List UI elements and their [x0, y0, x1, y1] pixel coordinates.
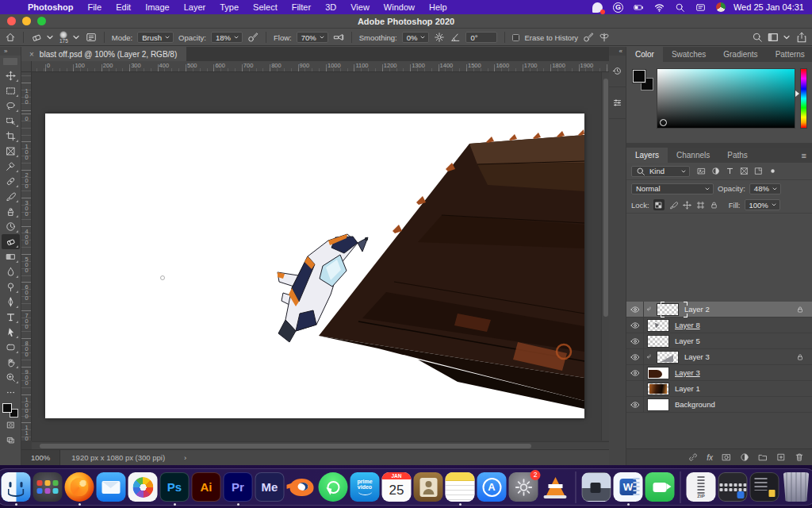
layer-styles-button[interactable]: fx — [707, 453, 713, 462]
layer-name[interactable]: Layer 1 — [675, 384, 700, 393]
properties-panel-button[interactable] — [609, 87, 626, 119]
canvas-viewport[interactable] — [32, 72, 609, 441]
lock-image-pixels-icon[interactable] — [669, 201, 678, 210]
horizontal-scrollbar-thumb[interactable] — [40, 444, 531, 448]
lock-all-icon[interactable] — [710, 201, 718, 210]
grammarly-icon[interactable]: G — [613, 2, 623, 13]
layer-opacity-dropdown[interactable]: 48% — [749, 183, 781, 194]
filter-adjustment-layers-icon[interactable] — [711, 167, 720, 175]
history-panel-button[interactable] — [609, 56, 626, 87]
app-notification-icon[interactable] — [592, 2, 603, 13]
history-brush-tool[interactable] — [2, 219, 20, 234]
color-panel-swatches[interactable] — [633, 70, 653, 90]
mode-dropdown[interactable]: Brush — [137, 32, 174, 43]
pressure-size-toggle[interactable] — [583, 32, 594, 43]
filter-pixel-layers-icon[interactable] — [697, 167, 706, 175]
layer-visibility-eye-icon[interactable] — [626, 333, 644, 348]
dock-illustrator[interactable]: Ai — [192, 472, 221, 502]
gradient-tool[interactable] — [2, 249, 20, 264]
smoothing-options-gear-icon[interactable] — [434, 32, 445, 43]
pressure-opacity-toggle[interactable] — [247, 32, 259, 43]
spotlight-icon[interactable] — [675, 2, 685, 13]
status-chevron-icon[interactable]: › — [184, 453, 186, 462]
layers-tab-channels[interactable]: Channels — [668, 148, 718, 163]
tool-preset-picker[interactable] — [31, 32, 55, 43]
clone-stamp-tool[interactable] — [2, 204, 20, 219]
dock-app-store[interactable]: A — [477, 472, 507, 502]
menu-file[interactable]: File — [80, 0, 109, 14]
battery-icon[interactable] — [634, 2, 644, 13]
dock-facetime[interactable] — [645, 472, 675, 502]
vertical-ruler[interactable]: 1000100200300400500600700800900100011001… — [21, 72, 32, 441]
filter-type-layers-icon[interactable] — [726, 167, 734, 175]
zoom-tool[interactable] — [2, 370, 20, 385]
brush-angle-input[interactable]: 0° — [465, 32, 497, 43]
layer-visibility-eye-icon[interactable] — [626, 318, 644, 333]
color-field-marker[interactable] — [660, 119, 667, 126]
layers-tab-layers[interactable]: Layers — [626, 148, 668, 163]
menu-layer[interactable]: Layer — [177, 0, 213, 14]
dock-minimized-window[interactable] — [582, 472, 611, 502]
menu-photoshop[interactable]: Photoshop — [21, 0, 80, 14]
lasso-tool[interactable] — [2, 98, 20, 114]
dock-word[interactable]: W — [614, 472, 643, 502]
screen-mode-button[interactable] — [2, 433, 20, 448]
layer-row[interactable]: Layer 8 — [626, 318, 812, 333]
dock-launchpad[interactable] — [33, 472, 63, 502]
share-image-button[interactable] — [796, 32, 807, 43]
layer-row[interactable]: Layer 3 — [626, 365, 812, 381]
dock-mail[interactable] — [97, 472, 126, 502]
hue-slider[interactable] — [800, 68, 807, 129]
color-tab-patterns[interactable]: Patterns — [767, 47, 812, 62]
dock-zip-archive[interactable]: ZIP — [687, 472, 716, 502]
layer-thumbnail[interactable] — [657, 351, 679, 364]
dock-minimized-dark-panel[interactable] — [718, 472, 748, 502]
object-selection-tool[interactable] — [2, 114, 20, 129]
dock-notes[interactable] — [446, 472, 475, 502]
color-tab-color[interactable]: Color — [626, 47, 663, 62]
color-tab-gradients[interactable]: Gradients — [714, 47, 766, 62]
move-tool[interactable] — [2, 68, 20, 83]
zoom-level-field[interactable]: 100% — [21, 450, 60, 465]
dock-whatsapp[interactable] — [319, 472, 348, 502]
dock-trash[interactable] — [782, 472, 811, 502]
add-layer-mask-button[interactable] — [722, 452, 731, 462]
menu-edit[interactable]: Edit — [109, 0, 138, 14]
search-icon[interactable] — [752, 32, 763, 43]
layers-panel-menu-icon[interactable]: ≡ — [802, 151, 806, 160]
airbrush-toggle[interactable] — [333, 32, 344, 43]
layer-thumbnail[interactable] — [647, 335, 669, 348]
filter-smart-objects-icon[interactable] — [754, 167, 763, 175]
filter-kind-dropdown[interactable]: Kind — [631, 166, 690, 177]
layer-row[interactable]: Layer 3 — [626, 349, 812, 365]
dock-photoshop[interactable]: Ps — [160, 472, 190, 502]
dock-media-encoder[interactable]: Me — [255, 472, 285, 502]
display-icon[interactable] — [695, 2, 706, 13]
filter-shape-layers-icon[interactable] — [740, 167, 749, 175]
layer-visibility-eye-icon[interactable] — [626, 302, 644, 317]
layer-row[interactable]: Layer 2 — [626, 302, 812, 318]
lock-position-icon[interactable] — [683, 201, 691, 210]
new-group-button[interactable] — [758, 452, 768, 462]
layer-row[interactable]: Layer 5 — [626, 333, 812, 349]
paint-symmetry-toggle[interactable] — [599, 32, 610, 43]
dock-firefox[interactable] — [65, 472, 94, 502]
horizontal-ruler[interactable]: 0100200300400500600700800900100011001200… — [32, 61, 609, 72]
layer-visibility-empty[interactable] — [626, 381, 644, 396]
workspace-switcher[interactable] — [768, 32, 791, 43]
blur-tool[interactable] — [2, 264, 20, 279]
dock-photos[interactable] — [128, 472, 158, 502]
frame-tool[interactable] — [2, 144, 20, 159]
layer-row[interactable]: Layer 1 — [626, 381, 812, 397]
layer-visibility-eye-icon[interactable] — [626, 349, 644, 364]
dock-prime-video[interactable]: prime video — [350, 472, 380, 502]
dock-minimized-dark-window[interactable] — [750, 472, 779, 502]
menu-help[interactable]: Help — [422, 0, 454, 14]
brush-size-picker[interactable]: 175 — [59, 30, 81, 44]
color-swatch-control[interactable] — [2, 403, 18, 418]
layer-name[interactable]: Layer 2 — [684, 305, 710, 314]
blend-mode-dropdown[interactable]: Normal — [631, 183, 714, 194]
hand-tool[interactable] — [2, 355, 20, 370]
smoothing-dropdown[interactable]: 0% — [402, 32, 430, 43]
layer-thumbnail[interactable] — [657, 303, 679, 316]
